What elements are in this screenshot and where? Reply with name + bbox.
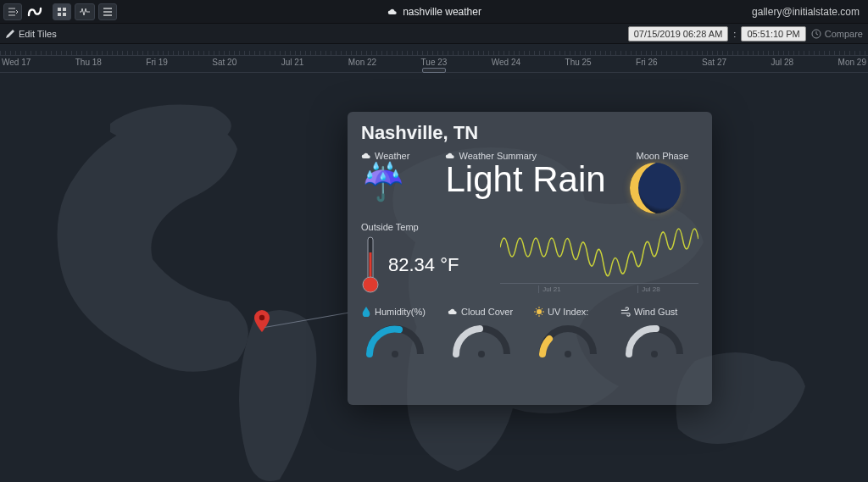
wind-icon (620, 307, 631, 317)
tile-humidity[interactable]: Humidity(%) (361, 307, 439, 357)
sparkline-axis: Jul 21 Jul 28 (500, 283, 698, 293)
list-icon (103, 7, 113, 17)
svg-point-10 (478, 351, 485, 357)
view-waves-button[interactable] (75, 3, 95, 20)
weather-summary-value: Light Rain (445, 159, 605, 200)
svg-point-5 (259, 315, 264, 320)
outside-temp-label: Outside Temp (361, 222, 419, 232)
clock-icon (811, 29, 821, 39)
timeline-label: Thu 25 (565, 58, 592, 67)
timeline-label: Jul 21 (281, 58, 304, 67)
sub-bar: Edit Tiles 07/15/2019 06:28 AM : 05:51:1… (0, 24, 868, 44)
thermometer-icon (361, 235, 380, 295)
edit-tiles-button[interactable]: Edit Tiles (5, 29, 57, 39)
tile-cloud-cover[interactable]: Cloud Cover (448, 307, 526, 357)
moon-phase-graphic (630, 163, 681, 213)
timeline-label: Fri 26 (636, 58, 658, 67)
view-tiles-button[interactable] (53, 3, 71, 20)
date-separator: : (733, 29, 736, 39)
edit-tiles-label: Edit Tiles (19, 29, 57, 39)
card-title: Nashville, TN (361, 122, 698, 144)
view-list-button[interactable] (98, 3, 117, 20)
umbrella-rain-icon: ☔ (361, 164, 428, 200)
sparkline-tick: Jul 28 (637, 285, 659, 293)
timeline-ruler[interactable]: Wed 17 Thu 18 Fri 19 Sat 20 Jul 21 Mon 2… (0, 44, 868, 73)
compare-label: Compare (825, 29, 863, 39)
timeline-label: Mon 29 (838, 58, 866, 67)
tile-outside-temp[interactable]: Outside Temp 82.34 °F (361, 222, 488, 295)
menu-toggle-button[interactable] (3, 3, 22, 20)
svg-rect-2 (58, 13, 61, 16)
cloud-cover-gauge (448, 320, 515, 357)
cloud-icon (448, 307, 458, 317)
tile-weather[interactable]: Weather ☔ (361, 151, 428, 200)
uv-index-label: UV Index: (548, 307, 588, 317)
date-end-input[interactable]: 05:51:10 PM (741, 26, 805, 42)
pencil-icon (5, 29, 15, 39)
svg-rect-7 (370, 252, 372, 280)
tile-moon-phase[interactable]: Moon Phase (623, 151, 698, 213)
top-bar: nashville weather gallery@initialstate.c… (0, 0, 868, 24)
svg-rect-3 (63, 13, 66, 16)
svg-point-12 (565, 351, 571, 357)
svg-rect-1 (63, 8, 66, 11)
svg-point-11 (537, 309, 542, 314)
sparkline-tick: Jul 21 (538, 285, 560, 293)
droplet-icon (361, 307, 371, 317)
grid-icon (57, 7, 67, 17)
dashboard-stage: Nashville, TN Weather ☔ Weather Summary … (0, 73, 868, 482)
timeline-label: Wed 17 (2, 58, 31, 67)
svg-point-8 (363, 277, 378, 292)
timeline-label: Sat 27 (702, 58, 726, 67)
menu-arrow-icon (8, 7, 18, 17)
map-marker-icon[interactable] (254, 310, 270, 332)
waveform-icon (79, 7, 91, 17)
humidity-label: Humidity(%) (375, 307, 426, 317)
timeline-label: Tue 23 (421, 58, 448, 67)
timeline-label: Mon 22 (348, 58, 376, 67)
date-start-value: 07/15/2019 06:28 AM (634, 29, 723, 39)
moon-icon (623, 151, 633, 161)
weather-card[interactable]: Nashville, TN Weather ☔ Weather Summary … (348, 112, 712, 405)
cloud-icon (387, 7, 398, 17)
logo-icon (27, 5, 47, 19)
timeline-ticks (0, 44, 868, 56)
temp-sparkline-chart (500, 222, 698, 281)
wind-gust-label: Wind Gust (634, 307, 677, 317)
tile-temp-sparkline[interactable]: Jul 21 Jul 28 (500, 222, 698, 290)
cloud-icon (361, 151, 371, 161)
moon-phase-label: Moon Phase (637, 151, 689, 161)
sun-icon (534, 307, 544, 317)
account-email[interactable]: gallery@initialstate.com (752, 6, 860, 18)
tile-wind-gust[interactable]: Wind Gust (620, 307, 698, 357)
svg-point-9 (392, 351, 398, 357)
svg-point-13 (651, 351, 658, 357)
humidity-gauge (361, 320, 429, 357)
timeline-label: Wed 24 (492, 58, 520, 67)
timeline-labels: Wed 17 Thu 18 Fri 19 Sat 20 Jul 21 Mon 2… (0, 58, 868, 67)
date-end-value: 05:51:10 PM (747, 29, 799, 39)
timeline-label: Jul 28 (771, 58, 793, 67)
svg-rect-0 (58, 8, 61, 11)
date-range-controls: 07/15/2019 06:28 AM : 05:51:10 PM Compar… (628, 26, 863, 42)
tile-uv-index[interactable]: UV Index: (534, 307, 612, 357)
tile-weather-summary[interactable]: Weather Summary Light Rain (445, 151, 605, 200)
page-title: nashville weather (403, 6, 481, 18)
compare-button[interactable]: Compare (811, 29, 863, 39)
outside-temp-value: 82.34 °F (388, 254, 459, 276)
weather-label: Weather (375, 151, 409, 161)
date-start-input[interactable]: 07/15/2019 06:28 AM (628, 26, 729, 42)
cloud-cover-label: Cloud Cover (461, 307, 513, 317)
timeline-label: Thu 18 (75, 58, 102, 67)
timeline-label: Sat 20 (212, 58, 236, 67)
uv-index-gauge (534, 320, 602, 357)
timeline-label: Fri 19 (146, 58, 168, 67)
wind-gust-gauge (620, 320, 688, 357)
app-logo (25, 3, 49, 20)
page-title-area: nashville weather (117, 6, 752, 18)
